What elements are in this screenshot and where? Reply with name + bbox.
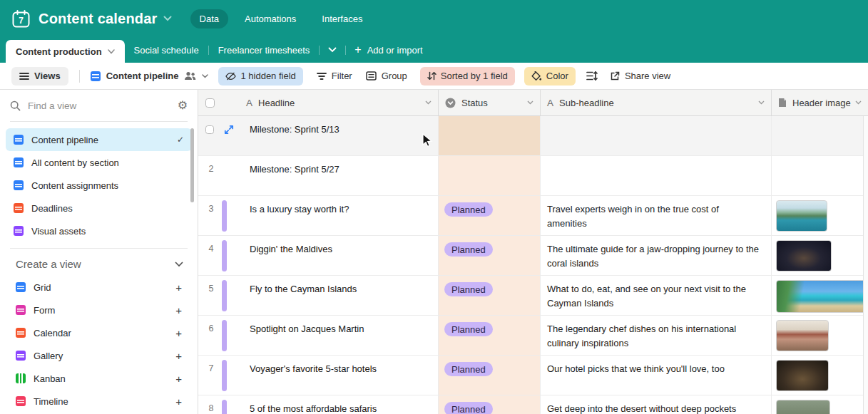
row-number: 2: [198, 164, 224, 174]
filter-button[interactable]: Filter: [317, 71, 352, 81]
share-view-button[interactable]: Share view: [610, 71, 670, 81]
tab-content-production[interactable]: Content production: [6, 40, 125, 63]
tab-social-schedule[interactable]: Social schedule: [125, 37, 208, 63]
status-cell[interactable]: Planned: [439, 356, 541, 395]
create-view-option[interactable]: Kanban +: [10, 367, 188, 390]
sidebar-view-item[interactable]: Deadlines: [6, 197, 192, 219]
sidebar-view-item[interactable]: All content by section: [6, 151, 192, 174]
header-image-cell[interactable]: [772, 156, 868, 195]
table-row: 5 Fly to the Cayman Islands Planned What…: [198, 276, 868, 316]
nav-tab-automations[interactable]: Automations: [235, 9, 305, 29]
sidebar-view-item[interactable]: Content pipeline ✓: [6, 128, 192, 151]
tab-freelancer-timesheets[interactable]: Freelancer timesheets: [209, 37, 320, 63]
column-header-sub-headline[interactable]: A Sub-headline: [541, 90, 772, 115]
views-sidebar-toggle-button[interactable]: Views: [11, 67, 68, 86]
view-settings-gear-icon[interactable]: ⚙: [178, 100, 188, 111]
header-image-cell[interactable]: [772, 116, 868, 155]
main-area: ⚙ Content pipeline ✓ All content by sect…: [0, 90, 868, 414]
column-chevron-icon[interactable]: [527, 100, 533, 105]
sidebar-view-item[interactable]: Content assignments: [6, 174, 192, 197]
header-image-cell[interactable]: [772, 196, 868, 235]
grid-scrollbar-track[interactable]: [863, 116, 868, 414]
sidebar-scrollbar-thumb[interactable]: [190, 128, 194, 202]
base-calendar-icon[interactable]: 7: [11, 9, 31, 29]
color-button[interactable]: Color: [524, 67, 576, 86]
add-view-plus-icon[interactable]: +: [175, 373, 182, 385]
sub-headline-cell[interactable]: Get deep into the desert without deep po…: [541, 395, 772, 414]
table-row: Milestone: Sprint 5/13: [198, 116, 868, 156]
status-cell[interactable]: [439, 116, 541, 155]
sub-headline-cell[interactable]: [541, 116, 772, 155]
header-image-cell[interactable]: [772, 356, 868, 395]
column-chevron-icon[interactable]: [758, 100, 765, 105]
status-cell[interactable]: Planned: [439, 395, 541, 414]
headline-cell[interactable]: 5 Fly to the Cayman Islands: [198, 276, 439, 315]
nav-tab-data[interactable]: Data: [190, 9, 228, 29]
header-image-cell[interactable]: [772, 236, 868, 275]
column-chevron-icon[interactable]: [855, 100, 862, 105]
group-button[interactable]: Group: [366, 71, 407, 81]
status-pill: Planned: [444, 402, 493, 414]
share-icon: [610, 71, 620, 81]
sort-button[interactable]: Sorted by 1 field: [420, 67, 515, 86]
add-view-plus-icon[interactable]: +: [175, 395, 182, 408]
image-thumbnail[interactable]: [776, 400, 830, 414]
header-image-cell[interactable]: [772, 316, 868, 355]
image-thumbnail[interactable]: [776, 200, 827, 232]
headline-cell[interactable]: 4 Diggin' the Maldives: [198, 236, 439, 275]
nav-tab-interfaces[interactable]: Interfaces: [312, 9, 372, 29]
sub-headline-cell[interactable]: What to do, eat, and see on your next vi…: [541, 276, 772, 315]
status-cell[interactable]: Planned: [439, 196, 541, 235]
headline-cell[interactable]: 2 Milestone: Sprint 5/27: [198, 156, 439, 195]
header-image-cell[interactable]: [772, 276, 868, 315]
status-cell[interactable]: [439, 156, 541, 195]
headline-cell[interactable]: 3 Is a luxury stay worth it?: [198, 196, 439, 235]
hidden-fields-button[interactable]: 1 hidden field: [218, 67, 302, 86]
create-view-option[interactable]: Timeline +: [10, 390, 188, 413]
create-view-option[interactable]: Calendar +: [10, 321, 188, 344]
column-label: Sub-headline: [559, 98, 614, 108]
find-view-input[interactable]: [28, 100, 170, 111]
status-cell[interactable]: Planned: [439, 276, 541, 315]
row-height-button[interactable]: [586, 71, 598, 81]
current-view-switcher[interactable]: Content pipeline: [91, 71, 209, 81]
add-view-plus-icon[interactable]: +: [175, 281, 182, 294]
header-image-cell[interactable]: [772, 395, 868, 414]
sub-headline-cell[interactable]: Our hotel picks that we think you'll lov…: [541, 356, 772, 395]
expand-record-icon[interactable]: [224, 125, 234, 135]
sub-headline-cell[interactable]: The legendary chef dishes on his interna…: [541, 316, 772, 355]
add-or-import-button[interactable]: + Add or import: [346, 37, 431, 63]
sidebar-view-item[interactable]: Visual assets: [6, 219, 192, 242]
tab-list-chevron-icon[interactable]: [320, 37, 345, 63]
add-view-plus-icon[interactable]: +: [175, 350, 182, 362]
create-view-option[interactable]: Grid +: [10, 276, 188, 299]
select-all-checkbox[interactable]: [205, 98, 215, 108]
create-view-option[interactable]: Gallery +: [10, 344, 188, 367]
image-thumbnail[interactable]: [776, 360, 829, 391]
add-view-plus-icon[interactable]: +: [175, 327, 182, 339]
add-view-plus-icon[interactable]: +: [175, 304, 182, 316]
status-cell[interactable]: Planned: [439, 236, 541, 275]
row-checkbox[interactable]: [205, 125, 214, 134]
headline-cell[interactable]: 7 Voyager's favorite 5-star hotels: [198, 356, 439, 395]
headline-cell[interactable]: Milestone: Sprint 5/13: [198, 116, 439, 155]
base-chevron-down-icon[interactable]: [163, 16, 172, 21]
image-thumbnail[interactable]: [776, 320, 829, 351]
column-header-status[interactable]: Status: [439, 90, 541, 115]
image-thumbnail[interactable]: [776, 280, 866, 313]
create-view-option[interactable]: Form +: [10, 299, 188, 321]
view-type-icon: [16, 328, 26, 338]
headline-cell[interactable]: 6 Spotlight on Jacques Martin: [198, 316, 439, 355]
create-view-header[interactable]: Create a view: [10, 252, 188, 276]
image-thumbnail[interactable]: [776, 240, 832, 271]
base-title[interactable]: Content calendar: [39, 11, 158, 27]
column-header-headline[interactable]: A Headline: [198, 90, 439, 115]
column-chevron-icon[interactable]: [425, 100, 432, 105]
sub-headline-cell[interactable]: Travel experts weigh in on the true cost…: [541, 196, 772, 235]
headline-cell[interactable]: 8 5 of the most affordable safaris: [198, 395, 439, 414]
sub-headline-cell[interactable]: [541, 156, 772, 195]
sub-headline-cell[interactable]: The ultimate guide for a jaw-dropping jo…: [541, 236, 772, 275]
record-color-bar: [222, 400, 227, 414]
status-cell[interactable]: Planned: [439, 316, 541, 355]
column-header-header-image[interactable]: Header image: [772, 90, 868, 115]
